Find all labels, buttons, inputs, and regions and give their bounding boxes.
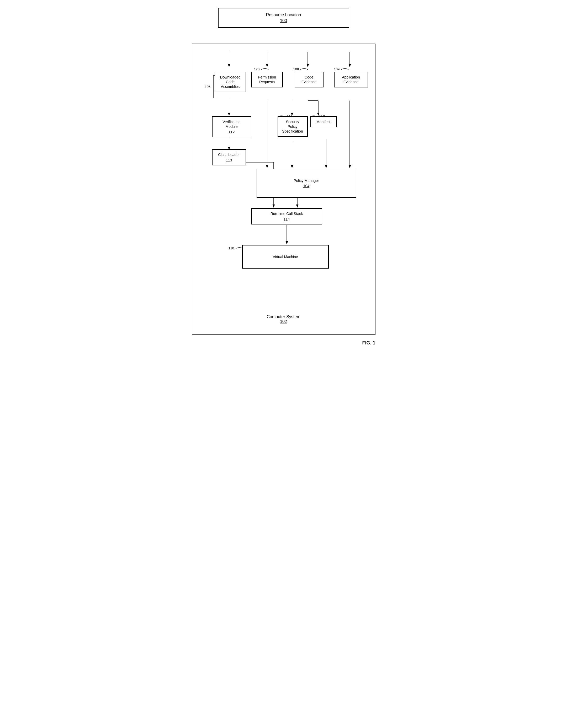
fig-label-text: FIG. 1 [362,340,375,345]
application-evidence-box: ApplicationEvidence [334,72,368,87]
page-container: Resource Location 100 [192,8,375,362]
virtual-machine-box: Virtual Machine [242,245,329,269]
policy-manager-number: 104 [303,184,309,188]
fig-label: FIG. 1 [192,340,375,346]
class-loader-box: Class Loader 113 [212,149,246,165]
ref-106: 106 [205,85,211,89]
resource-location-box: Resource Location 100 [218,8,349,28]
code-evidence-label: CodeEvidence [301,75,317,84]
ref-110: 110 [229,246,244,251]
class-loader-number: 113 [216,158,242,162]
permission-requests-box: PermissionRequests [252,72,283,87]
computer-system-label: Computer System 102 [200,315,367,324]
computer-system-number: 102 [280,319,287,324]
main-container: 120 108 109 [192,44,375,335]
downloaded-code-assemblies-label: DownloadedCodeAssemblies [220,75,241,89]
policy-manager-label: Policy Manager [293,179,319,183]
run-time-call-stack-box: Run-time Call Stack 114 [252,208,322,224]
security-policy-spec-label: SecurityPolicySpecification [282,120,303,133]
manifest-box: Manifest [310,116,336,127]
manifest-label: Manifest [316,120,330,124]
code-evidence-box: CodeEvidence [294,72,323,87]
downloaded-code-assemblies-box: DownloadedCodeAssemblies [215,72,246,92]
run-time-call-stack-label: Run-time Call Stack [271,212,303,216]
resource-location-label: Resource Location [266,13,301,17]
application-evidence-label: ApplicationEvidence [342,75,360,84]
verification-module-number: 112 [216,130,247,134]
ref-108: 108 [293,67,308,72]
virtual-machine-label: Virtual Machine [273,255,298,259]
verification-module-label: Verification Module [223,120,240,129]
computer-system-text: Computer System [267,315,300,319]
diagram-wrapper: 120 108 109 [200,52,373,309]
permission-requests-label: PermissionRequests [258,75,276,84]
resource-location-number: 100 [227,18,341,23]
ref-120: 120 [254,67,269,72]
class-loader-label: Class Loader [218,153,240,157]
verification-module-box: Verification Module 112 [212,116,252,137]
security-policy-spec-box: SecurityPolicySpecification [278,116,308,137]
ref-109: 109 [334,67,349,72]
policy-manager-box: Policy Manager 104 [257,169,356,198]
run-time-call-stack-number: 114 [256,217,318,221]
